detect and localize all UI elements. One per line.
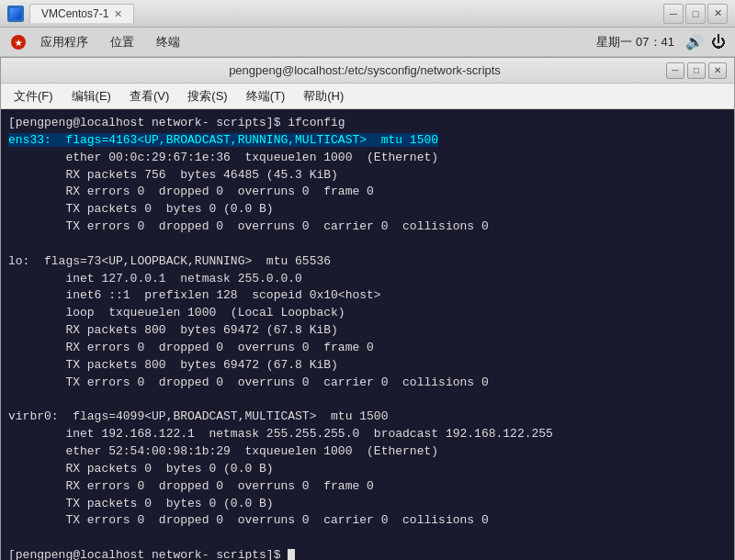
maximize-button[interactable]: □ <box>685 4 706 24</box>
term-menu-terminal[interactable]: 终端(T) <box>239 85 293 107</box>
app-menu-left: ★ 应用程序 位置 终端 <box>9 30 189 54</box>
ens33-line: ens33: flags=4163<UP,BROADCAST,RUNNING,M… <box>8 132 727 150</box>
svg-text:★: ★ <box>15 39 23 48</box>
menu-apps[interactable]: 应用程序 <box>31 30 97 54</box>
lo-inet-line: inet 127.0.0.1 netmask 255.0.0.0 <box>8 271 727 288</box>
lo-rx-errors: RX errors 0 dropped 0 overruns 0 frame 0 <box>8 340 727 357</box>
terminal-win-controls: ─ □ ✕ <box>666 62 727 79</box>
terminal-window: pengpeng@localhost:/etc/sysconfig/networ… <box>0 57 735 560</box>
window-titlebar: VMCentos7-1 ✕ ─ □ ✕ <box>0 0 735 28</box>
blank-line-3 <box>8 530 727 547</box>
output-line-4: RX errors 0 dropped 0 overruns 0 frame 0 <box>8 184 727 201</box>
virbr0-rx-packets: RX packets 0 bytes 0 (0.0 B) <box>8 461 727 478</box>
term-menu-view[interactable]: 查看(V) <box>122 85 176 107</box>
terminal-menubar: 文件(F) 编辑(E) 查看(V) 搜索(S) 终端(T) 帮助(H) <box>1 84 734 109</box>
virbr0-inet-line: inet 192.168.122.1 netmask 255.255.255.0… <box>8 426 727 443</box>
terminal-minimize-button[interactable]: ─ <box>666 62 684 79</box>
lo-line: lo: flags=73<UP,LOOPBACK,RUNNING> mtu 65… <box>8 253 727 271</box>
app-menubar: ★ 应用程序 位置 终端 星期一 07：41 🔊 ⏻ <box>0 28 735 57</box>
virbr0-rx-errors: RX errors 0 dropped 0 overruns 0 frame 0 <box>8 478 727 496</box>
terminal-close-button[interactable]: ✕ <box>708 62 727 79</box>
blank-line-1 <box>8 236 727 253</box>
virbr0-tx-packets: TX packets 0 bytes 0 (0.0 B) <box>8 496 727 513</box>
window-controls: ─ □ ✕ <box>663 4 728 24</box>
blank-line-2 <box>8 392 727 409</box>
lo-rx-packets: RX packets 800 bytes 69472 (67.8 KiB) <box>8 322 727 340</box>
terminal-titlebar: pengpeng@localhost:/etc/sysconfig/networ… <box>1 58 734 84</box>
virbr0-tx-errors: TX errors 0 dropped 0 overruns 0 carrier… <box>8 512 727 530</box>
window-tab[interactable]: VMCentos7-1 ✕ <box>29 4 134 23</box>
minimize-button[interactable]: ─ <box>663 4 684 24</box>
output-line-6: TX errors 0 dropped 0 overruns 0 carrier… <box>8 218 727 236</box>
output-line-5: TX packets 0 bytes 0 (0.0 B) <box>8 201 727 218</box>
window-icon <box>7 6 24 22</box>
app-logo-icon: ★ <box>9 33 28 51</box>
menu-location[interactable]: 位置 <box>101 30 143 54</box>
terminal-body[interactable]: [pengpeng@localhost network- scripts]$ i… <box>1 109 734 560</box>
term-menu-search[interactable]: 搜索(S) <box>180 85 234 107</box>
volume-icon[interactable]: 🔊 <box>685 33 704 50</box>
clock-display: 星期一 07：41 <box>596 34 674 50</box>
output-line-3: RX packets 756 bytes 46485 (45.3 KiB) <box>8 167 727 185</box>
app-menubar-right: 星期一 07：41 🔊 ⏻ <box>596 33 726 50</box>
tab-label: VMCentos7-1 <box>41 7 108 20</box>
tab-close-icon[interactable]: ✕ <box>114 8 122 20</box>
status-icons: 🔊 ⏻ <box>685 33 726 50</box>
term-menu-file[interactable]: 文件(F) <box>6 85 61 107</box>
output-line-2: ether 00:0c:29:67:1e:36 txqueuelen 1000 … <box>8 150 727 167</box>
terminal-title: pengpeng@localhost:/etc/sysconfig/networ… <box>63 63 666 77</box>
terminal-maximize-button[interactable]: □ <box>687 62 706 79</box>
lo-inet6-line: inet6 ::1 prefixlen 128 scopeid 0x10<hos… <box>8 287 727 305</box>
cursor <box>288 549 295 560</box>
term-menu-edit[interactable]: 编辑(E) <box>64 85 119 107</box>
close-button[interactable]: ✕ <box>707 4 728 24</box>
term-menu-help[interactable]: 帮助(H) <box>296 85 351 107</box>
prompt-line-2: [pengpeng@localhost network- scripts]$ <box>8 547 727 560</box>
menu-terminal[interactable]: 终端 <box>147 30 189 54</box>
virbr0-ether-line: ether 52:54:00:98:1b:29 txqueuelen 1000 … <box>8 443 727 461</box>
lo-loop-line: loop txqueuelen 1000 (Local Loopback) <box>8 305 727 322</box>
lo-tx-errors: TX errors 0 dropped 0 overruns 0 carrier… <box>8 375 727 392</box>
virbr0-line: virbr0: flags=4099<UP,BROADCAST,MULTICAS… <box>8 409 727 426</box>
lo-tx-packets: TX packets 800 bytes 69472 (67.8 KiB) <box>8 357 727 375</box>
power-icon[interactable]: ⏻ <box>711 34 726 50</box>
prompt-line-1: [pengpeng@localhost network- scripts]$ i… <box>8 115 727 132</box>
